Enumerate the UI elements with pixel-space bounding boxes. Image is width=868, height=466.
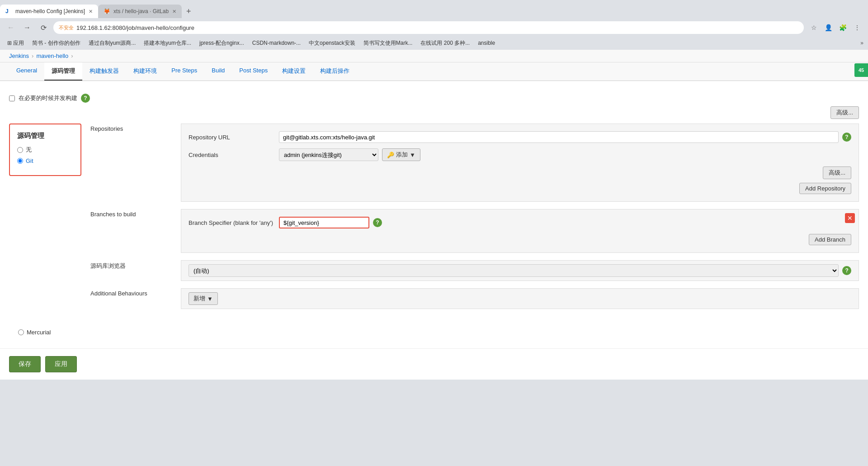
concurrent-build-row: 在必要的时候并发构建 ? xyxy=(9,90,859,106)
security-warning: 不安全 xyxy=(59,24,74,31)
credentials-select[interactable]: admin (jenkins连接git) xyxy=(279,148,378,161)
tab-title-1: maven-hello Config [Jenkins] xyxy=(15,8,85,14)
tab-pre-steps[interactable]: Pre Steps xyxy=(164,62,204,81)
advance-section: 高级... xyxy=(9,106,859,119)
apply-button[interactable]: 应用 xyxy=(45,356,77,372)
repo-panel-actions: 高级... xyxy=(189,166,851,179)
tab-close-1[interactable]: ✕ xyxy=(89,9,93,14)
address-box[interactable]: 不安全 192.168.1.62:8080/job/maven-hello/co… xyxy=(53,21,804,34)
bookmark-yum2[interactable]: 搭建本地yum仓库... xyxy=(141,38,194,48)
bookmarks-more[interactable]: » xyxy=(860,40,863,46)
bookmark-ansible[interactable]: ansible xyxy=(475,39,498,47)
scm-browser-select[interactable]: (自动) xyxy=(189,264,839,277)
bookmark-jianshu[interactable]: 简书 - 创作你的创作 xyxy=(29,38,83,48)
add-credentials-button[interactable]: 🔑 添加 ▼ xyxy=(382,148,420,161)
credentials-label: Credentials xyxy=(189,152,279,158)
profile-icon[interactable]: 👤 xyxy=(822,21,835,34)
bookmark-openstack[interactable]: 中文openstack安装 xyxy=(306,38,358,48)
branches-row: Branches to build ✕ Branch Specifier (bl… xyxy=(90,209,859,253)
mercurial-row: Mercurial xyxy=(18,325,859,339)
tab-title-2: xts / hello-java · GitLab xyxy=(113,8,169,14)
help-icon-repo[interactable]: ? xyxy=(842,133,851,142)
bottom-actions: 保存 应用 xyxy=(0,348,868,380)
help-icon-scm-browser[interactable]: ? xyxy=(842,266,851,275)
tab-build-settings[interactable]: 构建设置 xyxy=(275,62,313,81)
scm-box: 源码管理 无 Git xyxy=(9,124,81,176)
bookmark-apps-label: 应用 xyxy=(13,39,24,47)
address-bar-row: ← → ⟳ 不安全 192.168.1.62:8080/job/maven-he… xyxy=(0,18,868,37)
concurrent-build-checkbox[interactable] xyxy=(9,95,15,101)
advance-button[interactable]: 高级... xyxy=(830,106,859,119)
forward-button[interactable]: → xyxy=(21,21,33,34)
bookmark-jianshu-label: 简书 - 创作你的创作 xyxy=(32,39,80,47)
behaviours-controls: 新增 ▼ xyxy=(189,292,851,305)
tab-gitlab[interactable]: 🦊 xts / hello-java · GitLab ✕ xyxy=(98,5,182,18)
radio-mercurial[interactable] xyxy=(18,329,24,335)
branch-specifier-label: Branch Specifier (blank for 'any') xyxy=(189,219,279,226)
new-tab-button[interactable]: + xyxy=(182,5,195,18)
back-button[interactable]: ← xyxy=(5,21,17,34)
tab-post-build[interactable]: 构建后操作 xyxy=(313,62,357,81)
scm-title: 源码管理 xyxy=(17,132,73,140)
tab-build[interactable]: Build xyxy=(204,62,232,81)
bookmark-csdn[interactable]: CSDN-markdown-... xyxy=(250,39,303,47)
tab-maven-hello[interactable]: J maven-hello Config [Jenkins] ✕ xyxy=(0,5,98,18)
branch-specifier-row: Branch Specifier (blank for 'any') ? xyxy=(189,217,851,228)
help-icon-concurrent[interactable]: ? xyxy=(81,94,90,103)
breadcrumb-jenkins[interactable]: Jenkins xyxy=(9,52,29,59)
radio-git[interactable] xyxy=(17,158,23,164)
bookmarks-bar: ⊞ 应用 简书 - 创作你的创作 通过自制yum源商... 搭建本地yum仓库.… xyxy=(0,37,868,50)
add-behaviour-label: 新增 xyxy=(193,295,205,303)
reload-button[interactable]: ⟳ xyxy=(37,21,50,34)
breadcrumb-sep-1: › xyxy=(32,52,33,59)
bookmark-online[interactable]: 在线试用 200 多种... xyxy=(418,38,472,48)
repo-url-label: Repository URL xyxy=(189,134,279,141)
bookmark-ansible-label: ansible xyxy=(478,40,495,46)
branch-specifier-input[interactable] xyxy=(279,217,369,228)
concurrent-build-label: 在必要的时候并发构建 xyxy=(19,94,77,102)
add-branch-button[interactable]: Add Branch xyxy=(809,234,851,245)
bookmark-yum[interactable]: 通过自制yum源商... xyxy=(86,38,139,48)
tab-close-2[interactable]: ✕ xyxy=(172,9,176,14)
bookmark-jpress[interactable]: jpress-配合nginx... xyxy=(197,38,247,48)
bookmark-jianshu2[interactable]: 简书写文使用Mark... xyxy=(361,38,415,48)
tab-scm[interactable]: 源码管理 xyxy=(44,62,82,81)
add-credentials-label: 添加 xyxy=(396,151,408,159)
add-branch-actions: Add Branch xyxy=(189,234,851,245)
add-behaviour-chevron: ▼ xyxy=(207,295,213,302)
repositories-label: Repositories xyxy=(90,124,181,132)
bookmark-yum2-label: 搭建本地yum仓库... xyxy=(144,39,191,47)
bookmark-online-label: 在线试用 200 多种... xyxy=(420,39,470,47)
tab-triggers[interactable]: 构建触发器 xyxy=(82,62,126,81)
radio-none-row: 无 xyxy=(17,146,73,154)
tab-general[interactable]: General xyxy=(9,62,44,81)
bookmark-jpress-label: jpress-配合nginx... xyxy=(199,39,244,47)
remove-branch-button[interactable]: ✕ xyxy=(845,213,855,223)
help-icon-branch[interactable]: ? xyxy=(373,218,382,227)
tab-build-env[interactable]: 构建环境 xyxy=(126,62,164,81)
repo-advance-button[interactable]: 高级... xyxy=(823,166,851,179)
breadcrumb-maven-hello[interactable]: maven-hello xyxy=(36,52,68,59)
save-button[interactable]: 保存 xyxy=(9,356,41,372)
menu-icon[interactable]: ⋮ xyxy=(851,21,863,34)
page-content: Jenkins › maven-hello › General 源码管理 构建触… xyxy=(0,50,868,380)
scm-browser-panel: (自动) ? xyxy=(181,260,859,281)
bookmark-openstack-label: 中文openstack安装 xyxy=(309,39,355,47)
scm-browser-controls: (自动) ? xyxy=(189,264,851,277)
scm-browser-row: 源码库浏览器 (自动) ? xyxy=(90,260,859,281)
tab-post-steps[interactable]: Post Steps xyxy=(232,62,275,81)
tab-favicon-2: 🦊 xyxy=(104,8,110,14)
repo-url-row: Repository URL ? xyxy=(189,131,851,143)
scm-browser-label: 源码库浏览器 xyxy=(90,260,181,270)
radio-none[interactable] xyxy=(17,147,23,153)
bookmark-apps[interactable]: ⊞ 应用 xyxy=(5,38,27,48)
credentials-row: Credentials admin (jenkins连接git) 🔑 添加 ▼ xyxy=(189,148,851,161)
add-behaviour-button[interactable]: 新增 ▼ xyxy=(189,292,218,305)
bookmarks-icon[interactable]: ☆ xyxy=(807,21,820,34)
behaviours-row: Additional Behaviours 新增 ▼ xyxy=(90,288,859,309)
add-repository-button[interactable]: Add Repository xyxy=(799,183,851,194)
repositories-panel: Repository URL ? Credentials admin (jenk… xyxy=(181,124,859,202)
extensions-icon[interactable]: 🧩 xyxy=(836,21,849,34)
config-tabs: General 源码管理 构建触发器 构建环境 Pre Steps Build … xyxy=(0,62,868,81)
repo-url-input[interactable] xyxy=(279,131,839,143)
